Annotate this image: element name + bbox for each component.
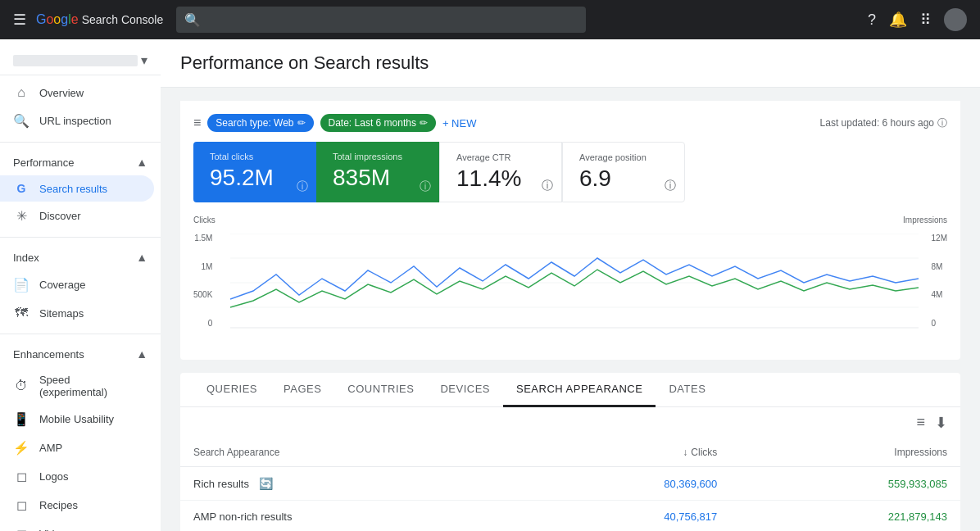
notifications-icon[interactable]: 🔔 — [889, 11, 907, 29]
sidebar-item-videos[interactable]: ◻ Videos — [0, 520, 154, 531]
tab-search-appearance[interactable]: SEARCH APPEARANCE — [503, 373, 656, 407]
sidebar-item-recipes[interactable]: ◻ Recipes — [0, 491, 154, 520]
sidebar-item-mobile-usability[interactable]: 📱 Mobile Usability — [0, 405, 154, 433]
filter-icon[interactable]: ≡ — [193, 116, 201, 130]
last-updated: Last updated: 6 hours ago ⓘ — [820, 116, 947, 130]
divider — [0, 142, 161, 143]
videos-icon: ◻ — [13, 526, 29, 531]
date-label: Date: Last 6 months — [329, 117, 416, 129]
chart-left-title: Clicks — [193, 216, 216, 225]
sidebar-item-coverage[interactable]: 📄 Coverage — [0, 270, 154, 299]
table-header-row: Search Appearance ↓Clicks Impressions — [180, 438, 960, 467]
menu-icon[interactable]: ☰ — [13, 11, 26, 29]
search-bar: 🔍 — [176, 7, 586, 33]
edit-icon: ✏ — [297, 117, 306, 129]
average-ctr-card: Average CTR 11.4% ⓘ — [439, 142, 562, 202]
discover-icon: ✳ — [13, 208, 29, 224]
property-selector[interactable]: ▾ — [0, 46, 161, 75]
filter-rows-icon[interactable]: ≡ — [916, 414, 925, 432]
enhancements-section-header[interactable]: Enhancements ▲ — [0, 341, 161, 367]
total-impressions-label: Total impressions — [333, 152, 423, 161]
sidebar-item-label: Recipes — [39, 499, 78, 511]
filter-bar: ≡ Search type: Web ✏ Date: Last 6 months… — [193, 114, 947, 142]
speed-icon: ⏱ — [13, 379, 29, 393]
total-clicks-value: 95.2M — [210, 165, 300, 191]
tab-devices[interactable]: DEVICES — [427, 373, 503, 407]
table-actions: ≡ ⬇ — [180, 407, 960, 438]
chevron-up-icon: ▲ — [136, 347, 147, 361]
y-axis-right-low: 4M — [932, 290, 943, 299]
edit-icon: ✏ — [420, 117, 428, 129]
tab-countries[interactable]: COUNTRIES — [334, 373, 427, 407]
performance-section-header[interactable]: Performance ▲ — [0, 149, 161, 175]
search-input[interactable] — [207, 13, 578, 26]
sidebar-item-amp[interactable]: ⚡ AMP — [0, 433, 154, 462]
y-axis-right-bot: 0 — [932, 319, 937, 328]
product-name: Search Console — [82, 13, 164, 26]
logo: Google Search Console — [36, 12, 163, 27]
table-row: AMP non-rich results 40,756,817 221,879,… — [180, 501, 960, 532]
table-row: Rich results 🔄 80,369,600 559,933,085 — [180, 467, 960, 501]
sidebar-item-url-inspection[interactable]: 🔍 URL inspection — [0, 107, 154, 135]
amp-icon: ⚡ — [13, 440, 29, 456]
total-impressions-value: 835M — [333, 165, 423, 191]
index-section-header[interactable]: Index ▲ — [0, 244, 161, 270]
tab-queries[interactable]: QUERIES — [193, 373, 270, 407]
sidebar-item-logos[interactable]: ◻ Logos — [0, 462, 154, 491]
new-filter-label: + NEW — [442, 117, 477, 129]
average-position-card: Average position 6.9 ⓘ — [562, 142, 685, 202]
sort-icon: ↓ — [683, 447, 687, 458]
search-type-chip[interactable]: Search type: Web ✏ — [207, 114, 313, 132]
property-name — [13, 55, 138, 66]
chevron-up-icon: ▲ — [136, 156, 147, 169]
sidebar: ▾ ⌂ Overview 🔍 URL inspection Performanc… — [0, 39, 161, 531]
logos-icon: ◻ — [13, 469, 29, 484]
last-updated-text: Last updated: 6 hours ago — [820, 117, 934, 129]
y-axis-right-top: 12M — [932, 234, 947, 243]
row-impressions: 559,933,085 — [730, 467, 960, 501]
summary-cards: Total clicks 95.2M ⓘ Total impressions 8… — [193, 142, 947, 202]
info-icon[interactable]: ⓘ — [665, 179, 676, 193]
divider — [0, 237, 161, 238]
tab-pages[interactable]: PAGES — [270, 373, 334, 407]
chart-area: Clicks Impressions — [193, 216, 947, 347]
col-clicks[interactable]: ↓Clicks — [516, 438, 730, 467]
coverage-icon: 📄 — [13, 277, 29, 293]
date-chip[interactable]: Date: Last 6 months ✏ — [320, 114, 436, 132]
average-position-label: Average position — [579, 152, 668, 162]
sitemaps-icon: 🗺 — [13, 306, 29, 320]
sidebar-item-overview[interactable]: ⌂ Overview — [0, 79, 154, 107]
average-position-value: 6.9 — [579, 166, 668, 192]
row-clicks: 40,756,817 — [516, 501, 730, 532]
sidebar-item-search-results[interactable]: G Search results — [0, 175, 154, 202]
info-icon[interactable]: ⓘ — [937, 116, 947, 130]
y-axis-left-mid: 1M — [201, 262, 212, 271]
new-filter-button[interactable]: + NEW — [442, 117, 477, 129]
total-clicks-card: Total clicks 95.2M ⓘ — [193, 142, 316, 202]
info-icon[interactable]: ⓘ — [297, 179, 308, 194]
sidebar-item-sitemaps[interactable]: 🗺 Sitemaps — [0, 299, 154, 327]
info-icon[interactable]: ⓘ — [420, 179, 431, 194]
row-clicks: 80,369,600 — [516, 467, 730, 501]
search-icon: 🔍 — [184, 12, 201, 28]
content-area: ≡ Search type: Web ✏ Date: Last 6 months… — [161, 88, 980, 531]
row-name: AMP non-rich results — [180, 501, 516, 532]
main-content: Performance on Search results ≡ Search t… — [161, 39, 980, 531]
info-icon[interactable]: ⓘ — [542, 179, 553, 193]
search-icon: 🔍 — [13, 113, 29, 129]
col-search-appearance: Search Appearance — [180, 438, 516, 467]
sidebar-item-discover[interactable]: ✳ Discover — [0, 202, 154, 230]
recipes-icon: ◻ — [13, 497, 29, 513]
sidebar-item-speed[interactable]: ⏱ Speed (experimental) — [0, 367, 154, 405]
tab-dates[interactable]: DATES — [656, 373, 719, 407]
performance-section-title: Performance — [13, 157, 74, 169]
avatar[interactable] — [944, 8, 967, 31]
sidebar-item-label: URL inspection — [39, 115, 111, 127]
help-icon[interactable]: ? — [868, 11, 876, 29]
apps-icon[interactable]: ⠿ — [920, 11, 931, 29]
download-icon[interactable]: ⬇ — [935, 414, 947, 432]
topbar-actions: ? 🔔 ⠿ — [868, 8, 967, 31]
index-section-title: Index — [13, 252, 39, 264]
sidebar-item-label: Overview — [39, 87, 84, 99]
y-axis-right-mid: 8M — [932, 262, 943, 271]
